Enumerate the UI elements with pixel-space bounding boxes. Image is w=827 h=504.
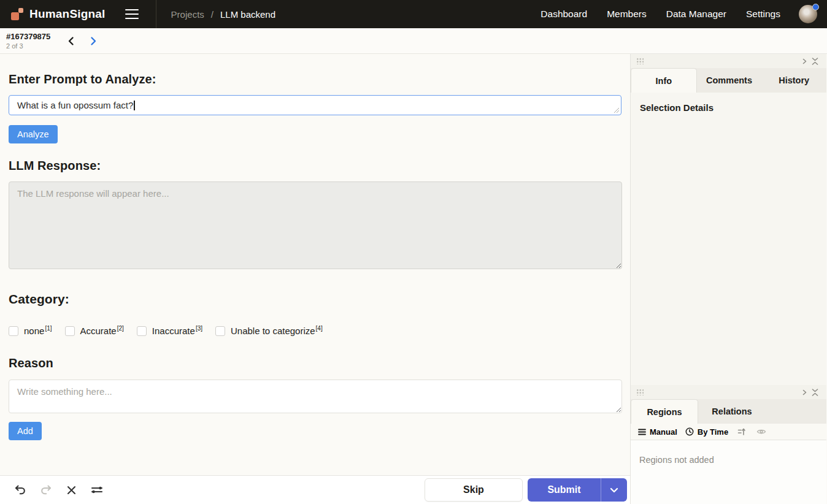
expand-panel-icon — [802, 389, 807, 395]
settings-sliders-icon — [90, 484, 104, 495]
checkbox-icon[interactable] — [65, 326, 75, 336]
details-panel-content: Selection Details — [631, 93, 826, 385]
breadcrumb-separator: / — [211, 9, 213, 20]
group-by-label: Manual — [650, 427, 677, 437]
reset-button[interactable] — [61, 481, 82, 499]
llm-response-textarea[interactable] — [9, 181, 622, 269]
order-by-button[interactable]: By Time — [684, 427, 729, 437]
prev-task-icon — [67, 36, 75, 46]
resize-grip-icon[interactable] — [614, 107, 620, 113]
expand-panel-button[interactable] — [800, 388, 809, 397]
regions-toolbar: Manual By Time — [631, 424, 826, 440]
sort-direction-button[interactable] — [735, 427, 748, 437]
drag-handle-icon[interactable] — [636, 58, 644, 64]
nav-link-data-manager[interactable]: Data Manager — [666, 9, 726, 20]
bottom-action-bar: Skip Submit — [0, 475, 630, 504]
prompt-value: What is a fun opossum fact? — [17, 100, 133, 110]
nav-divider — [156, 0, 156, 28]
sort-order-icon — [737, 428, 746, 436]
regions-tab-bar: Regions Relations — [631, 399, 826, 424]
hamburger-menu-button[interactable] — [123, 7, 141, 22]
submit-dropdown-button[interactable] — [601, 478, 627, 502]
tab-relations[interactable]: Relations — [698, 399, 766, 424]
user-avatar[interactable] — [799, 5, 817, 23]
breadcrumb: Projects / LLM backend — [171, 9, 275, 20]
option-label: Inaccurate[3] — [152, 326, 202, 336]
notification-badge — [812, 4, 819, 10]
next-task-button[interactable] — [82, 32, 104, 50]
expand-panel-button[interactable] — [800, 57, 809, 66]
right-sidebar: Info Comments History Selection Details — [631, 54, 826, 504]
undo-icon — [13, 484, 26, 496]
submit-dropdown-icon — [610, 487, 618, 493]
details-tab-bar: Info Comments History — [631, 68, 826, 93]
undo-button[interactable] — [9, 480, 31, 500]
order-by-label: By Time — [698, 427, 728, 437]
task-id: #167379875 — [6, 32, 50, 41]
tab-comments[interactable]: Comments — [697, 68, 762, 93]
skip-button[interactable]: Skip — [425, 478, 523, 502]
toggle-visibility-button[interactable] — [754, 427, 769, 437]
brand-logo[interactable]: HumanSignal — [11, 7, 106, 21]
hotkey-hint: [2] — [117, 325, 124, 332]
nav-link-settings[interactable]: Settings — [746, 9, 780, 20]
checkbox-icon[interactable] — [215, 326, 225, 336]
regions-panel: Regions Relations Manual By Time — [631, 385, 826, 504]
breadcrumb-projects-link[interactable]: Projects — [171, 9, 204, 20]
regions-list: Regions not added — [631, 440, 826, 504]
collapse-panel-button[interactable] — [809, 388, 821, 397]
regions-empty-message: Regions not added — [639, 455, 714, 465]
checkbox-option-inaccurate[interactable]: Inaccurate[3] — [137, 326, 202, 336]
hotkey-hint: [4] — [316, 325, 323, 332]
group-manual-icon — [638, 429, 646, 435]
details-panel: Info Comments History Selection Details — [631, 54, 826, 385]
option-label: Unable to categorize[4] — [231, 326, 323, 336]
reset-icon — [66, 485, 77, 495]
redo-button[interactable] — [35, 480, 58, 500]
prompt-heading: Enter Prompt to Analyze: — [9, 72, 621, 86]
checkbox-icon[interactable] — [9, 326, 18, 336]
redo-icon — [40, 484, 53, 496]
add-button[interactable]: Add — [9, 422, 42, 440]
response-heading: LLM Response: — [9, 159, 621, 173]
eye-icon — [756, 428, 766, 435]
collapse-panel-button[interactable] — [809, 56, 821, 66]
details-panel-header — [631, 54, 826, 68]
clock-icon — [685, 427, 694, 436]
task-header: #167379875 2 of 3 — [0, 28, 827, 54]
group-by-button[interactable]: Manual — [637, 427, 679, 437]
nav-link-dashboard[interactable]: Dashboard — [540, 9, 587, 20]
workspace: Enter Prompt to Analyze: What is a fun o… — [0, 54, 827, 504]
settings-sliders-button[interactable] — [85, 481, 109, 499]
submit-button[interactable]: Submit — [528, 478, 601, 502]
category-options: none[1] Accurate[2] Inaccurate[3] Unable… — [9, 326, 621, 336]
labeling-area: Enter Prompt to Analyze: What is a fun o… — [0, 54, 631, 504]
humansignal-logo-icon — [11, 8, 24, 21]
analyze-button[interactable]: Analyze — [9, 125, 58, 143]
option-label: Accurate[2] — [80, 326, 124, 336]
breadcrumb-current: LLM backend — [220, 9, 275, 20]
expand-panel-icon — [802, 58, 807, 64]
tab-history[interactable]: History — [761, 68, 826, 93]
selection-details-heading: Selection Details — [640, 102, 817, 113]
brand-name: HumanSignal — [29, 7, 106, 21]
task-meta: #167379875 2 of 3 — [6, 32, 50, 50]
prev-task-button[interactable] — [60, 32, 82, 50]
task-position: 2 of 3 — [6, 42, 50, 50]
nav-link-members[interactable]: Members — [607, 9, 647, 20]
prompt-input[interactable]: What is a fun opossum fact? — [9, 95, 621, 115]
reason-textarea[interactable] — [9, 380, 622, 413]
collapse-panel-icon — [812, 389, 818, 396]
regions-panel-header — [631, 385, 826, 399]
collapse-panel-icon — [812, 58, 818, 65]
checkbox-option-none[interactable]: none[1] — [9, 326, 52, 336]
next-task-icon — [89, 36, 98, 46]
tab-info[interactable]: Info — [631, 68, 697, 93]
drag-handle-icon[interactable] — [636, 389, 644, 395]
checkbox-icon[interactable] — [137, 326, 147, 336]
option-label: none[1] — [24, 326, 52, 336]
category-heading: Category: — [9, 292, 621, 307]
tab-regions[interactable]: Regions — [631, 399, 698, 424]
checkbox-option-accurate[interactable]: Accurate[2] — [65, 326, 124, 336]
checkbox-option-unable-to-categorize[interactable]: Unable to categorize[4] — [215, 326, 323, 336]
